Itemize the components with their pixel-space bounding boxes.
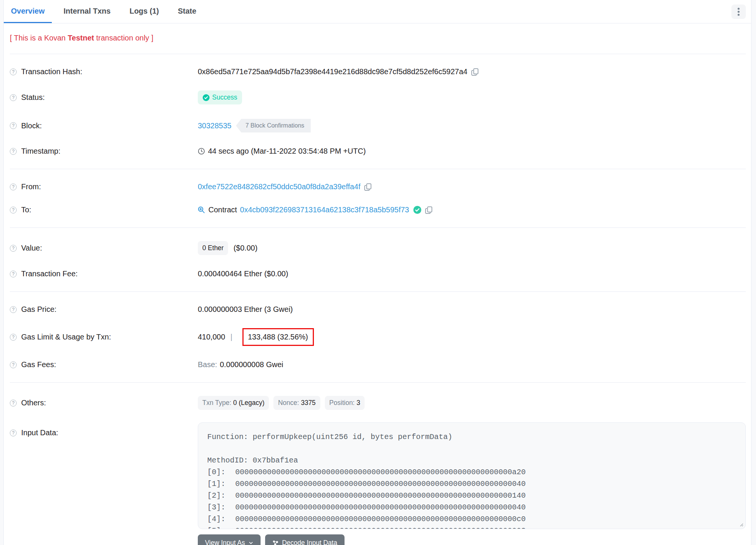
section-gas: ? Gas Price: 0.000000003 Ether (3 Gwei) …	[10, 292, 746, 383]
tab-logs[interactable]: Logs (1)	[122, 0, 166, 23]
help-icon[interactable]: ?	[10, 334, 17, 341]
row-from: ? From: 0xfee7522e8482682cf50ddc50a0f8da…	[10, 175, 746, 198]
resize-grip-icon[interactable]	[738, 522, 744, 527]
input-data-actions: View Input As Decode Input Data	[198, 534, 746, 545]
copy-from-address-button[interactable]	[364, 183, 372, 191]
row-gas-fees: ? Gas Fees: Base: 0.000000008 Gwei	[10, 353, 746, 376]
verified-check-icon	[413, 206, 421, 214]
gas-limit-label: Gas Limit & Usage by Txn:	[21, 333, 111, 341]
tab-state[interactable]: State	[171, 0, 203, 23]
gas-fees-base-value: 0.000000008 Gwei	[220, 360, 283, 369]
help-icon[interactable]: ?	[10, 271, 17, 277]
help-icon[interactable]: ?	[10, 94, 17, 101]
gas-fees-label: Gas Fees:	[21, 360, 56, 369]
others-label: Others:	[21, 399, 46, 407]
gas-separator: |	[230, 333, 232, 341]
gas-usage-value: 133,488 (32.56%)	[248, 333, 308, 341]
row-value: ? Value: 0 Ether ($0.00)	[10, 234, 746, 262]
gas-price-value: 0.000000003 Ether (3 Gwei)	[198, 305, 293, 314]
status-label: Status:	[21, 93, 45, 102]
input-function-line: Function: performUpkeep(uint256 id, byte…	[207, 431, 736, 443]
success-check-icon	[203, 94, 210, 101]
help-icon[interactable]: ?	[10, 207, 17, 213]
help-icon[interactable]: ?	[10, 361, 17, 368]
section-overview-top: ? Transaction Hash: 0x86ed5a771e725aa94d…	[10, 54, 746, 169]
input-hex-row: [3]:000000000000000000000000000000000000…	[207, 501, 736, 513]
to-address-link[interactable]: 0x4cb093f226983713164a62138c3f718a5b595f…	[240, 206, 409, 214]
transaction-hash-value: 0x86ed5a771e725aa94d5b7fa2398e4419e216d8…	[198, 67, 467, 76]
section-value-fee: ? Value: 0 Ether ($0.00) ? Transaction F…	[10, 228, 746, 292]
transaction-fee-value: 0.000400464 Ether ($0.00)	[198, 269, 288, 278]
copy-hash-button[interactable]	[471, 68, 479, 76]
row-status: ? Status: Success	[10, 83, 746, 112]
help-icon[interactable]: ?	[10, 69, 17, 75]
more-options-button[interactable]	[731, 5, 746, 19]
row-input-data: ? Input Data: Function: performUpkeep(ui…	[10, 417, 746, 545]
highlight-box: 133,488 (32.56%)	[242, 328, 314, 346]
gas-limit-value: 410,000	[198, 333, 225, 341]
section-others-input: ? Others: Txn Type:0 (Legacy) Nonce:3375…	[10, 383, 746, 545]
copy-to-address-button[interactable]	[425, 206, 433, 214]
tab-overview[interactable]: Overview	[4, 0, 52, 23]
view-input-as-button[interactable]: View Input As	[198, 534, 261, 545]
status-badge: Success	[198, 90, 242, 104]
row-block: ? Block: 30328535 7 Block Confirmations	[10, 112, 746, 140]
block-label: Block:	[21, 121, 42, 130]
row-to: ? To: Contract 0x4cb093f226983713164a621…	[10, 198, 746, 221]
value-label: Value:	[21, 244, 42, 252]
to-label: To:	[21, 206, 31, 214]
value-usd: ($0.00)	[233, 244, 257, 252]
block-number-link[interactable]: 30328535	[198, 121, 231, 130]
txn-type-badge: Txn Type:0 (Legacy)	[198, 396, 269, 410]
kebab-menu-icon	[737, 7, 740, 16]
transaction-fee-label: Transaction Fee:	[21, 269, 78, 278]
help-icon[interactable]: ?	[10, 430, 17, 436]
decode-icon	[272, 540, 279, 545]
input-data-label: Input Data:	[21, 428, 58, 437]
to-contract-text: Contract	[208, 206, 237, 214]
row-transaction-fee: ? Transaction Fee: 0.000400464 Ether ($0…	[10, 262, 746, 285]
input-hex-row: [5]:000000000000000000000000000000000000…	[207, 525, 736, 529]
ether-value-badge: 0 Ether	[198, 241, 228, 255]
gas-fees-base-label: Base:	[198, 360, 217, 369]
help-icon[interactable]: ?	[10, 184, 17, 190]
decode-input-data-button[interactable]: Decode Input Data	[265, 534, 345, 545]
row-transaction-hash: ? Transaction Hash: 0x86ed5a771e725aa94d…	[10, 60, 746, 83]
nonce-badge: Nonce:3375	[273, 396, 320, 410]
input-data-textarea[interactable]: Function: performUpkeep(uint256 id, byte…	[198, 422, 746, 529]
position-badge: Position:3	[325, 396, 365, 410]
input-hex-row: [4]:000000000000000000000000000000000000…	[207, 513, 736, 525]
section-addresses: ? From: 0xfee7522e8482682cf50ddc50a0f8da…	[10, 169, 746, 228]
clock-icon	[198, 148, 205, 155]
input-hex-row: [2]:000000000000000000000000000000000000…	[207, 490, 736, 501]
testnet-notice-section: [ This is a Kovan Testnet transaction on…	[10, 23, 746, 54]
gas-price-label: Gas Price:	[21, 305, 56, 314]
timestamp-value: 44 secs ago (Mar-11-2022 03:54:48 PM +UT…	[208, 147, 366, 156]
testnet-notice: [ This is a Kovan Testnet transaction on…	[10, 34, 153, 42]
row-gas-price: ? Gas Price: 0.000000003 Ether (3 Gwei)	[10, 298, 746, 321]
timestamp-label: Timestamp:	[21, 147, 61, 156]
help-icon[interactable]: ?	[10, 306, 17, 313]
transaction-detail-card: Overview Internal Txns Logs (1) State [ …	[3, 0, 751, 545]
caret-down-icon	[248, 540, 253, 545]
help-icon[interactable]: ?	[10, 245, 17, 252]
row-others: ? Others: Txn Type:0 (Legacy) Nonce:3375…	[10, 389, 746, 417]
from-address-link[interactable]: 0xfee7522e8482682cf50ddc50a0f8da2a39effa…	[198, 182, 360, 191]
from-label: From:	[21, 182, 41, 191]
help-icon[interactable]: ?	[10, 400, 17, 406]
block-confirmations-badge: 7 Block Confirmations	[236, 119, 311, 132]
copy-icon	[364, 183, 372, 191]
row-gas-limit-usage: ? Gas Limit & Usage by Txn: 410,000 | 13…	[10, 321, 746, 353]
help-icon[interactable]: ?	[10, 122, 17, 129]
help-icon[interactable]: ?	[10, 148, 17, 155]
zoom-in-icon[interactable]	[198, 206, 205, 213]
copy-icon	[425, 206, 433, 214]
input-hex-row: [1]:000000000000000000000000000000000000…	[207, 478, 736, 490]
input-methodid-line: MethodID: 0x7bbaf1ea	[207, 455, 736, 466]
copy-icon	[471, 68, 479, 76]
input-hex-row: [0]:000000000000000000000000000000000000…	[207, 466, 736, 478]
tab-internal-txns[interactable]: Internal Txns	[56, 0, 118, 23]
transaction-hash-label: Transaction Hash:	[21, 67, 82, 76]
tab-bar: Overview Internal Txns Logs (1) State	[4, 0, 751, 23]
row-timestamp: ? Timestamp: 44 secs ago (Mar-11-2022 03…	[10, 140, 746, 163]
